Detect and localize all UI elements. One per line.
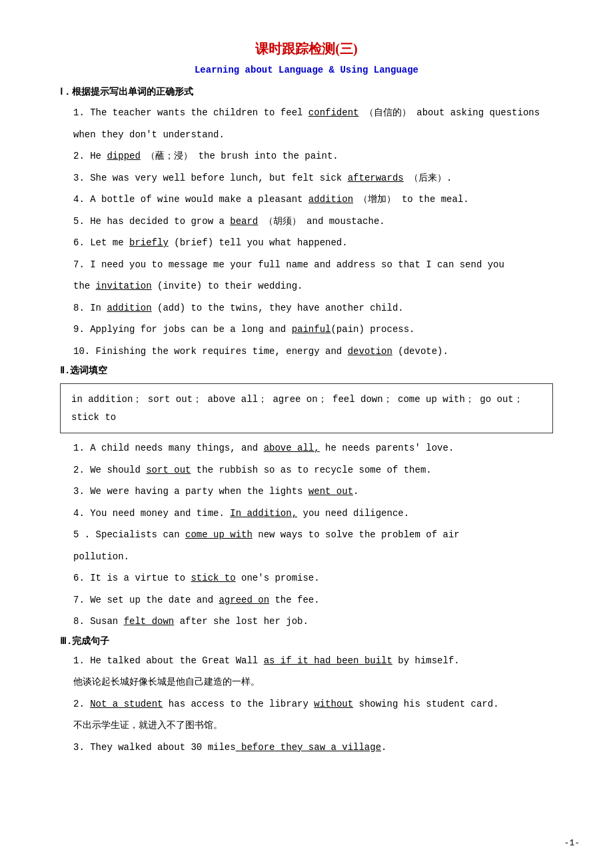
ii-q6: 6. It is a virtue to stick to one's prom…: [73, 570, 566, 587]
page-title: 课时跟踪检测(三): [47, 40, 566, 58]
ii-q1-answer: above all,: [264, 443, 320, 453]
q4: 4. A bottle of wine would make a pleasan…: [73, 191, 566, 208]
ii-q5-answer: come up with: [185, 529, 253, 540]
ii-q2: 2. We should sort out the rubbish so as …: [73, 462, 566, 479]
iii-q2: 2. Not a student has access to the libra…: [73, 696, 566, 713]
q10: 10. Finishing the work requires time, en…: [73, 343, 566, 360]
q4-answer: addition: [308, 194, 353, 205]
iii-q3-answer: before they saw a village: [236, 742, 381, 753]
q9-answer: painful: [292, 324, 331, 335]
q7: 7. I need you to message me your full na…: [73, 257, 566, 273]
ii-q7: 7. We set up the date and agreed on the …: [73, 592, 566, 609]
section2-title: Ⅱ.选词填空: [60, 365, 566, 377]
section3-title: Ⅲ.完成句子: [60, 635, 566, 647]
q8-answer: addition: [107, 303, 151, 313]
q2-answer: dipped: [107, 151, 140, 161]
q8: 8. In addition (add) to the twins, they …: [73, 300, 566, 317]
iii-q1-answer: as if it had been built: [264, 655, 392, 666]
q7-answer: invitation: [96, 281, 152, 291]
q10-answer: devotion: [348, 346, 392, 357]
iii-q2-answer-a: Not a student: [90, 699, 163, 709]
ii-q1: 1. A child needs many things, and above …: [73, 440, 566, 457]
ii-q7-answer: agreed on: [219, 595, 269, 605]
iii-q2-zh: 不出示学生证，就进入不了图书馆。: [73, 717, 566, 734]
q5: 5. He has decided to grow a beard （胡须） a…: [73, 213, 566, 230]
q6-answer: briefly: [129, 237, 169, 248]
ii-q8: 8. Susan felt down after she lost her jo…: [73, 613, 566, 630]
q3: 3. She was very well before lunch, but f…: [73, 170, 566, 187]
word-box: in addition； sort out； above all； agree …: [60, 383, 553, 433]
q1-answer: confident: [308, 107, 359, 118]
q5-answer: beard: [230, 216, 258, 227]
section1-title: Ⅰ．根据提示写出单词的正确形式: [60, 86, 566, 98]
page-number: -1-: [564, 838, 580, 848]
iii-q3: 3. They walked about 30 miles before the…: [73, 739, 566, 756]
iii-q1: 1. He talked about the Great Wall as if …: [73, 653, 566, 669]
ii-q5-cont: pollution.: [73, 549, 566, 565]
ii-q8-answer: felt down: [124, 616, 175, 627]
q9: 9. Applying for jobs can be a long and p…: [73, 321, 566, 338]
ii-q4: 4. You need money and time. In addition,…: [73, 505, 566, 522]
ii-q3-answer: went out: [308, 486, 353, 497]
iii-q2-answer-b: without: [314, 699, 353, 709]
ii-q6-answer: stick to: [191, 573, 235, 583]
ii-q3: 3. We were having a party when the light…: [73, 483, 566, 500]
q1: 1. The teacher wants the children to fee…: [73, 105, 566, 121]
ii-q2-answer: sort out: [146, 465, 191, 475]
subtitle: Learning about Language & Using Language: [47, 65, 566, 75]
ii-q5: 5 . Specialists can come up with new way…: [73, 527, 566, 543]
q6: 6. Let me briefly (brief) tell you what …: [73, 235, 566, 251]
q3-answer: afterwards: [348, 173, 404, 183]
iii-q1-zh: 他谈论起长城好像长城是他自己建造的一样。: [73, 674, 566, 691]
q7-cont: the invitation (invite) to their wedding…: [73, 278, 566, 295]
ii-q4-answer: In addition,: [230, 508, 297, 519]
q2: 2. He dipped （蘸；浸） the brush into the pa…: [73, 148, 566, 165]
q1-cont: when they don't understand.: [73, 127, 566, 143]
